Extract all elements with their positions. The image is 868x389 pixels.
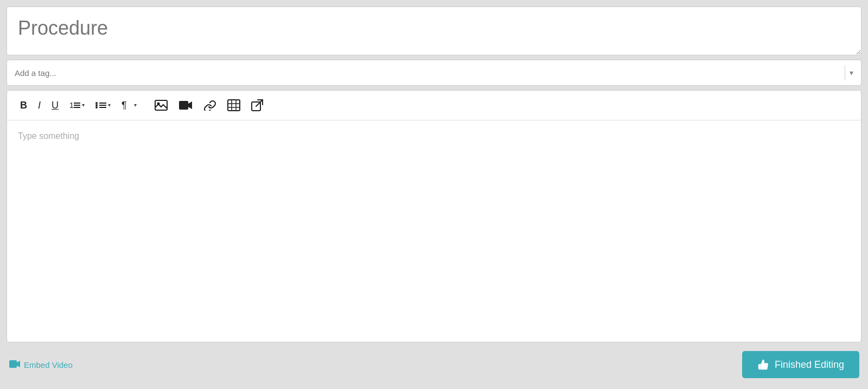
svg-point-4: [95, 102, 98, 104]
external-link-button[interactable]: [247, 96, 267, 114]
tag-dropdown-icon[interactable]: ▾: [850, 68, 853, 77]
paragraph-icon: ¶: [122, 100, 132, 111]
embed-video-button[interactable]: Embed Video: [9, 360, 73, 369]
underline-button[interactable]: U: [47, 97, 63, 113]
ordered-list-icon: 1.: [69, 100, 80, 110]
image-button[interactable]: [150, 97, 172, 114]
svg-marker-14: [188, 101, 192, 109]
video-icon: [178, 100, 193, 111]
link-button[interactable]: [199, 97, 221, 114]
editor-body[interactable]: Type something: [7, 120, 861, 342]
toolbar: B I U 1. ▾ ▾: [7, 91, 861, 120]
external-link-icon: [251, 99, 263, 111]
svg-rect-15: [228, 100, 240, 111]
svg-rect-13: [179, 101, 188, 110]
svg-rect-22: [9, 360, 17, 368]
italic-button[interactable]: I: [34, 97, 45, 113]
tag-area: ▾: [7, 60, 861, 86]
tag-input[interactable]: [15, 68, 840, 78]
editor-container: B I U 1. ▾ ▾: [7, 90, 861, 342]
link-icon: [203, 100, 216, 111]
editor-placeholder: Type something: [18, 131, 79, 141]
unordered-list-chevron: ▾: [108, 103, 111, 108]
footer-bar: Embed Video Finished Editing: [7, 347, 861, 382]
image-icon: [155, 100, 168, 111]
svg-marker-23: [17, 361, 20, 367]
toolbar-separator-1: [145, 99, 146, 111]
unordered-list-button[interactable]: ▾: [91, 97, 115, 113]
paragraph-button[interactable]: ¶ ▾: [117, 97, 141, 114]
table-button[interactable]: [223, 96, 245, 114]
tag-divider: [845, 65, 845, 80]
video-button[interactable]: [174, 97, 197, 114]
ordered-list-button[interactable]: 1. ▾: [65, 97, 89, 113]
paragraph-chevron: ▾: [134, 103, 137, 108]
svg-point-5: [95, 104, 98, 106]
bold-button[interactable]: B: [16, 97, 31, 113]
embed-video-icon: [9, 360, 21, 369]
svg-line-21: [256, 100, 263, 106]
table-icon: [227, 99, 240, 111]
title-input[interactable]: [18, 17, 850, 40]
title-container: [7, 7, 861, 55]
svg-text:¶: ¶: [122, 100, 127, 111]
ordered-list-chevron: ▾: [82, 103, 85, 108]
svg-point-6: [95, 106, 98, 109]
finished-editing-button[interactable]: Finished Editing: [742, 351, 859, 378]
thumbs-up-icon: [757, 359, 769, 371]
unordered-list-icon: [95, 100, 106, 110]
